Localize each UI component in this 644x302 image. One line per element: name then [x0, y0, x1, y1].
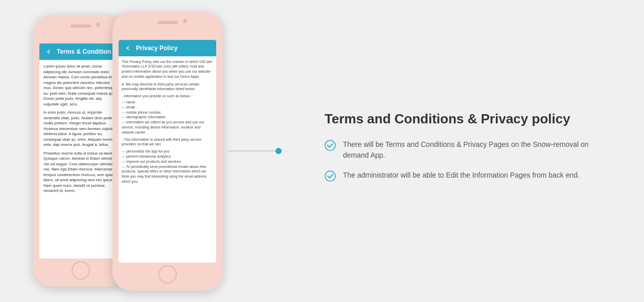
connector [227, 150, 279, 152]
privacy-phone-content: This Privacy Policy sets out the manner … [119, 56, 216, 263]
phone-back-home-button[interactable] [72, 261, 90, 279]
privacy-section-a: a. We may disclose to third party servic… [122, 82, 213, 92]
front-phone-title: Privacy Policy [136, 45, 177, 52]
phone-front-camera [183, 19, 187, 23]
privacy-personalize: --- personalize the app for you [122, 149, 213, 154]
privacy-info-email: --- email [122, 105, 213, 110]
phone-speaker [71, 25, 91, 28]
svg-point-1 [325, 171, 335, 181]
back-phone-header: Terms & Condition [39, 44, 122, 60]
privacy-intro: This Privacy Policy sets out the manner … [122, 59, 213, 79]
phone-camera [96, 23, 100, 27]
privacy-improve: --- improve our products and services [122, 159, 213, 164]
connector-dot [275, 148, 282, 154]
front-phone-header: Privacy Policy [119, 40, 216, 56]
phones-area: Terms & Condition Lorem ipsum dolor sit … [33, 12, 284, 291]
page-title: Terms and Conditions & Privacy policy [325, 111, 590, 127]
check-icon-1 [325, 140, 336, 151]
back-phone-content: Lorem ipsum dolor sit amet, conse adipis… [39, 60, 122, 258]
back-arrow-icon[interactable] [44, 48, 53, 56]
privacy-info-collect: --- information we collect as you access… [122, 120, 213, 135]
main-container: Terms & Condition Lorem ipsum dolor sit … [0, 0, 644, 302]
privacy-promotional: --- To periodically send promotional ema… [122, 164, 213, 184]
privacy-info-header: - Information you provide us such as bel… [122, 94, 213, 99]
phone-front: Privacy Policy This Privacy Policy sets … [112, 12, 222, 291]
terms-para-1: Lorem ipsum dolor sit amet, conse adipis… [43, 64, 118, 107]
connector-line [227, 150, 279, 152]
right-content: Terms and Conditions & Privacy policy Th… [304, 101, 611, 201]
terms-para-3: Phasellus viverra nulla ut metus va laor… [43, 151, 118, 194]
feature-item-2: The administrator will be able to Edit t… [325, 170, 590, 182]
privacy-info-name: --- name [122, 100, 213, 105]
check-icon-2 [325, 170, 336, 182]
terms-para-2: In enim justo, rhoncus ut, imperdie vene… [43, 110, 118, 148]
privacy-info-phone: --- mobile phone number [122, 110, 213, 115]
privacy-info-demo: --- demographic information [122, 115, 213, 120]
feature-text-1: There will be Terms and Conditions & Pri… [343, 139, 590, 161]
privacy-back-arrow-icon[interactable] [124, 44, 132, 52]
feature-item-1: There will be Terms and Conditions & Pri… [325, 139, 590, 161]
phone-front-home-button[interactable] [158, 265, 177, 284]
feature-text-2: The administrator will be able to Edit t… [343, 170, 580, 181]
phone-front-screen: Privacy Policy This Privacy Policy sets … [119, 40, 216, 263]
back-phone-title: Terms & Condition [57, 48, 111, 55]
phone-front-speaker [157, 21, 178, 24]
privacy-shared-header: - This information is shared with third … [122, 137, 213, 147]
privacy-behavioral: --- perform behavioral analytics [122, 154, 213, 159]
phone-back-screen: Terms & Condition Lorem ipsum dolor sit … [39, 44, 122, 258]
svg-point-0 [325, 140, 335, 150]
